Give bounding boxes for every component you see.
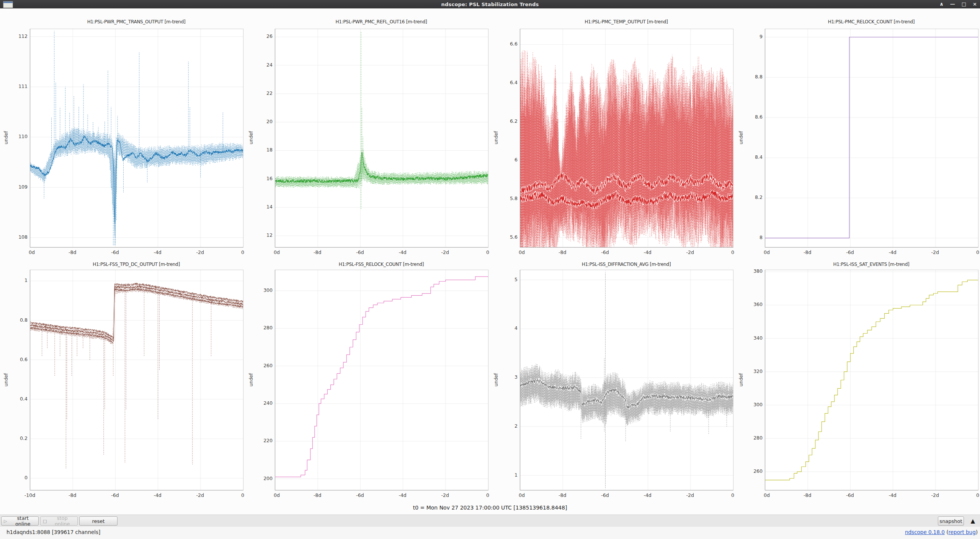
x-tick-label: -8d <box>69 492 76 498</box>
x-tick-label: -4d <box>154 492 161 498</box>
y-tick-label: 16 <box>252 176 273 181</box>
nds-server-status: h1daqnds1:8088 [399617 channels] <box>7 529 100 535</box>
plot-canvas[interactable] <box>30 29 243 248</box>
y-axis-label: undef <box>248 131 254 144</box>
y-tick-label: 9 <box>742 34 763 39</box>
titlebar: ndscope: PSL Stabilization Trends ∧ — □ … <box>0 0 980 8</box>
x-tick-label: 0 <box>486 492 489 498</box>
plot-canvas[interactable] <box>275 29 488 248</box>
y-tick-label: 260 <box>252 363 273 368</box>
bug-post: ) <box>976 529 978 535</box>
start-online-button[interactable]: ▷ start online <box>1 516 39 526</box>
window-icon <box>3 1 13 8</box>
y-tick-label: 280 <box>252 325 273 331</box>
y-axis-label: undef <box>738 373 744 386</box>
plot-canvas[interactable] <box>30 270 243 490</box>
y-tick-label: 4 <box>497 325 518 331</box>
y-tick-label: 24 <box>252 62 273 68</box>
maximize-icon[interactable]: □ <box>962 0 966 8</box>
close-icon[interactable]: × <box>973 0 977 8</box>
y-tick-label: 300 <box>252 287 273 293</box>
plot-panel-H1:PSL-PMC_RELOCK_COUNT[interactable]: H1:PSL-PMC_RELOCK_COUNT [m-trend]undef88… <box>735 10 980 256</box>
window-controls: ∧ — □ × <box>939 0 977 8</box>
x-tick-label: -6d <box>601 492 609 498</box>
x-tick-label: -8d <box>314 492 321 498</box>
y-axis-label: undef <box>738 131 744 144</box>
y-tick-label: 14 <box>252 204 273 210</box>
plot-canvas[interactable] <box>765 270 978 490</box>
plot-panel-H1:PSL-PWR_PMC_TRANS_OUTPUT[interactable]: H1:PSL-PWR_PMC_TRANS_OUTPUT [m-trend]und… <box>0 10 245 256</box>
y-tick-label: 109 <box>7 184 28 190</box>
plot-title: H1:PSL-PMC_RELOCK_COUNT [m-trend] <box>765 19 978 24</box>
y-tick-label: 240 <box>252 400 273 406</box>
plot-panel-H1:PSL-FSS_RELOCK_COUNT[interactable]: H1:PSL-FSS_RELOCK_COUNT [m-trend]undef20… <box>245 256 490 501</box>
plot-canvas[interactable] <box>765 29 978 248</box>
y-tick-label: 110 <box>7 134 28 139</box>
shade-icon[interactable]: ∧ <box>939 0 944 8</box>
y-tick-label: 8.8 <box>742 74 763 80</box>
plot-canvas[interactable] <box>520 29 733 248</box>
x-tick-label: -4d <box>889 249 896 255</box>
x-tick-label: -2d <box>441 492 449 498</box>
x-tick-label: -4d <box>889 492 896 498</box>
x-tick-label: 0 <box>241 249 244 255</box>
x-tick-label: -2d <box>196 492 204 498</box>
x-tick-label: -6d <box>111 492 119 498</box>
y-tick-label: 0.8 <box>7 317 28 323</box>
x-tick-label: -2d <box>931 249 939 255</box>
y-tick-label: 3 <box>497 374 518 380</box>
stop-online-button[interactable]: □ stop online <box>40 516 78 526</box>
y-tick-label: 1 <box>7 277 28 283</box>
y-tick-label: 12 <box>252 232 273 238</box>
status-bar: h1daqnds1:8088 [399617 channels] ndscope… <box>0 527 980 539</box>
plot-panel-H1:PSL-ISS_SAT_EVENTS[interactable]: H1:PSL-ISS_SAT_EVENTS [m-trend]undef2602… <box>735 256 980 501</box>
y-tick-label: 8.2 <box>742 194 763 200</box>
y-tick-label: 280 <box>742 435 763 441</box>
y-tick-label: 5.6 <box>497 234 518 240</box>
y-tick-label: 220 <box>252 438 273 443</box>
x-tick-label: -2d <box>686 492 694 498</box>
reset-label: reset <box>92 518 105 524</box>
y-tick-label: 2 <box>497 423 518 429</box>
y-tick-label: 380 <box>742 268 763 274</box>
expand-arrow-button[interactable]: ▲ <box>970 518 975 524</box>
y-tick-label: 20 <box>252 119 273 124</box>
plot-panel-H1:PSL-PWR_PMC_REFL_OUT16[interactable]: H1:PSL-PWR_PMC_REFL_OUT16 [m-trend]undef… <box>245 10 490 256</box>
report-bug-link[interactable]: report bug <box>949 529 976 535</box>
plot-title: H1:PSL-PWR_PMC_TRANS_OUTPUT [m-trend] <box>30 19 243 24</box>
x-tick-label: -4d <box>644 249 651 255</box>
x-tick-label: 0 <box>731 492 734 498</box>
plot-panel-H1:PSL-ISS_DIFFRACTION_AVG[interactable]: H1:PSL-ISS_DIFFRACTION_AVG [m-trend]unde… <box>490 256 735 501</box>
y-tick-label: 108 <box>7 234 28 240</box>
x-tick-label: -8d <box>559 249 566 255</box>
x-tick-label: -8d <box>559 492 566 498</box>
plot-canvas[interactable] <box>275 270 488 490</box>
x-tick-label: 0 <box>486 249 489 255</box>
x-tick-label: -6d <box>111 249 119 255</box>
y-axis-label: undef <box>493 131 499 144</box>
y-tick-label: 340 <box>742 335 763 341</box>
minimize-icon[interactable]: — <box>950 0 955 8</box>
snapshot-button[interactable]: snapshot <box>938 516 964 526</box>
x-tick-label: -4d <box>399 249 406 255</box>
x-tick-label: -6d <box>356 249 364 255</box>
x-tick-label: -8d <box>314 249 321 255</box>
plot-canvas[interactable] <box>520 270 733 490</box>
y-tick-label: 0 <box>7 475 28 480</box>
y-tick-label: 6 <box>497 157 518 163</box>
plot-title: H1:PSL-ISS_SAT_EVENTS [m-trend] <box>765 262 978 267</box>
plot-panel-H1:PSL-FSS_TPD_DC_OUTPUT[interactable]: H1:PSL-FSS_TPD_DC_OUTPUT [m-trend]undef0… <box>0 256 245 501</box>
reset-button[interactable]: reset <box>79 516 118 526</box>
x-tick-label: -6d <box>356 492 364 498</box>
plot-panel-H1:PSL-PMC_TEMP_OUTPUT[interactable]: H1:PSL-PMC_TEMP_OUTPUT [m-trend]undef5.6… <box>490 10 735 256</box>
x-tick-label: -6d <box>846 249 854 255</box>
start-online-label: start online <box>10 515 36 527</box>
x-tick-label: -6d <box>846 492 854 498</box>
stop-icon: □ <box>43 519 47 524</box>
ndscope-version-link[interactable]: ndscope 0.18.0 <box>905 529 945 535</box>
x-tick-label: -8d <box>69 249 76 255</box>
x-tick-label: -2d <box>931 492 939 498</box>
y-tick-label: 0.2 <box>7 435 28 441</box>
x-tick-label: -2d <box>441 249 449 255</box>
y-tick-label: 1 <box>497 472 518 478</box>
